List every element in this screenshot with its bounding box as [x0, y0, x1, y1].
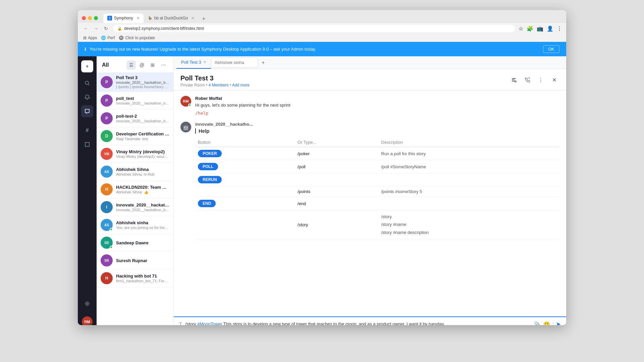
rerun-button[interactable]: RERUN	[198, 176, 222, 183]
col-description: Description	[378, 138, 559, 147]
chat-item-hacking-bot[interactable]: H Hacking with bot 71 firm1_hackathon_bo…	[97, 269, 173, 287]
profile-icon[interactable]: 👤	[547, 25, 553, 32]
chat-name-innovate-bot: innovate_2020__hackathon_bot...	[116, 202, 169, 207]
apps-toolbar-item[interactable]: ⊞ Apps	[83, 36, 97, 40]
table-row-poll: POLL /poll /poll #SomeStoryName	[195, 160, 559, 173]
message-avatar-rober: RM	[180, 96, 191, 107]
chat-preview-hackldn: Abhishek Sihna: 👍	[116, 190, 169, 194]
chat-item-poll-test-2[interactable]: P poll-test-2 innovate_2020__hackathon_b…	[97, 110, 173, 127]
text-format-icon: T	[179, 321, 182, 325]
compose-button[interactable]: +	[81, 60, 93, 72]
extensions-icon[interactable]: 🧩	[527, 25, 533, 32]
chat-avatar-abhishek-sinha2: AS	[101, 219, 113, 231]
tab-close-duckduckgo[interactable]: ✕	[191, 16, 194, 20]
address-url[interactable]: develop2.symphony.com/client-bff/index.h…	[124, 26, 204, 31]
sidebar-rooms-button[interactable]	[81, 138, 93, 150]
tab-label-duckduckgo: bb at DuckDuckGo	[154, 16, 188, 20]
search-in-chat-button[interactable]	[508, 74, 519, 85]
message-input[interactable]: /story #MoonTower This story is to devel…	[185, 321, 531, 325]
chat-item-abhishek-sinha2[interactable]: AS Abhishek sinha You: are you joining u…	[97, 216, 173, 234]
chat-info-poll-test-3: Poll Test 3 innovate_2020__hackathon_bot…	[116, 75, 169, 89]
chat-item-poll-test[interactable]: P poll_test innovate_2020__hackathon_bot…	[97, 92, 173, 110]
attachment-button[interactable]: 📎	[534, 321, 541, 325]
poker-button[interactable]: POKER	[198, 150, 222, 157]
chat-name-poll-test-2: poll-test-2	[116, 114, 169, 119]
chat-header-subtitle: Private Room • 4 Members • Add more	[180, 83, 250, 87]
chat-info-innovate-bot: innovate_2020__hackathon_bot... innovate…	[116, 202, 169, 212]
back-button[interactable]: ←	[82, 26, 90, 31]
chat-name-abhishek-sinha2: Abhishek sinha	[116, 220, 169, 225]
online-badge-sandeep	[110, 246, 113, 249]
chat-item-dev-cert[interactable]: D Developer Certification Support Nagi Y…	[97, 127, 173, 145]
end-button[interactable]: END	[198, 200, 216, 207]
chat-item-innovate-bot[interactable]: I innovate_2020__hackathon_bot... innova…	[97, 198, 173, 216]
sidebar-chats-button[interactable]	[81, 105, 93, 117]
chat-info-poll-test: poll_test innovate_2020__hackathon_bot_7…	[116, 96, 169, 105]
add-more-link[interactable]: Add more	[232, 83, 250, 87]
poker-description: Run a poll for this story	[378, 147, 559, 160]
chat-item-sandeep[interactable]: SD Sandeep Dawre	[97, 234, 173, 252]
chat-item-abhishek-sihna[interactable]: AS Abhishek Sihna Abhishek Sihna: hi Rob	[97, 163, 173, 181]
emoji-button[interactable]: 🙂	[543, 321, 550, 325]
chat-item-suresh[interactable]: SR Suresh Rupnar	[97, 252, 173, 269]
add-tab-button[interactable]: +	[259, 59, 267, 67]
chat-avatar-innovate-bot: I	[101, 201, 113, 213]
chat-name-suresh: Suresh Rupnar	[116, 258, 169, 263]
populate-toolbar-item[interactable]: 🔘 Click to populate	[119, 36, 155, 40]
message-content-bot: innovate_2020__hackatho... Help Button O…	[195, 122, 559, 239]
maximize-button[interactable]	[94, 16, 98, 20]
perf-toolbar-item[interactable]: 🌐 Perf	[101, 36, 115, 40]
help-table: Button Or Type... Description POKER /pok…	[195, 138, 559, 239]
col-type: Or Type...	[295, 138, 378, 147]
chat-avatar-poll-test: P	[101, 95, 113, 107]
chat-name-sandeep: Sandeep Dawre	[116, 240, 169, 245]
chat-preview-poll-test-2: innovate_2020__hackathon_bot_73: ...	[116, 119, 169, 123]
close-chat-button[interactable]: ✕	[549, 74, 559, 85]
send-button[interactable]: ➤	[556, 320, 561, 325]
svg-line-1	[88, 84, 89, 85]
members-link[interactable]: 4 Members	[209, 83, 229, 87]
sidebar-settings-button[interactable]	[81, 298, 93, 310]
chat-item-hackldn[interactable]: H HACKLDN2020: Team SymX Abhishek Sihna:…	[97, 181, 173, 198]
filter-mention-btn[interactable]: @	[137, 60, 147, 70]
tab-symphony[interactable]: S Symphony ✕	[103, 13, 144, 23]
new-tab-button[interactable]: +	[200, 15, 208, 23]
bookmark-icon[interactable]: ☆	[519, 25, 523, 32]
close-button[interactable]	[82, 16, 86, 20]
chat-tab-poll-test-3[interactable]: Poll Test 3 ✕	[176, 56, 211, 69]
chat-avatar-suresh: SR	[101, 254, 113, 266]
filter-more-btn[interactable]: ⋯	[159, 60, 168, 70]
chat-avatar-dev-cert: D	[101, 130, 113, 142]
filter-grid-btn[interactable]: ⊞	[148, 60, 157, 70]
user-avatar[interactable]: RM	[82, 316, 93, 325]
chat-avatar-hacking-bot: H	[101, 272, 113, 284]
minimize-button[interactable]	[88, 16, 92, 20]
forward-button[interactable]: →	[92, 26, 100, 31]
chat-header: Poll Test 3 Private Room • 4 Members • A…	[174, 69, 566, 90]
sidebar-search-button[interactable]	[81, 77, 93, 89]
chat-preview-abhishek-sinha2: You: are you joining us for the last b..…	[116, 226, 169, 230]
chat-info-suresh: Suresh Rupnar	[116, 258, 169, 263]
reload-button[interactable]: ↻	[102, 26, 110, 31]
chat-name-vinay: Vinay Mistry (develop2)	[116, 149, 169, 154]
chat-item-poll-test-3[interactable]: P Poll Test 3 innovate_2020__hackathon_b…	[97, 72, 173, 92]
globe-icon: 🌐	[101, 36, 106, 40]
poll-button[interactable]: POLL	[198, 163, 218, 170]
sidebar-notifications-button[interactable]	[81, 91, 93, 103]
sidebar-icons: + # RM	[78, 56, 97, 325]
tab-duckduckgo[interactable]: 🦆 bb at DuckDuckGo ✕	[144, 13, 199, 23]
chat-header-actions: ⋮ ✕	[508, 74, 559, 85]
search-tab-input[interactable]	[211, 58, 258, 67]
more-options-button[interactable]: ⋮	[535, 74, 546, 85]
call-button[interactable]	[522, 74, 533, 85]
help-title: Help	[199, 128, 210, 134]
filter-list-btn[interactable]: ☰	[126, 60, 136, 70]
tab-close-symphony[interactable]: ✕	[137, 16, 140, 20]
menu-icon[interactable]: ⋮	[557, 25, 562, 32]
sidebar-channels-button[interactable]: #	[81, 124, 93, 136]
notification-ok-button[interactable]: OK	[543, 45, 559, 53]
cast-icon[interactable]: 📺	[537, 25, 543, 32]
chat-preview-dev-cert: Nagi Yaramala: test	[116, 137, 169, 141]
chat-item-vinay[interactable]: VM Vinay Mistry (develop2) Vinay Mistry …	[97, 145, 173, 163]
tab-close-poll-test-3[interactable]: ✕	[203, 60, 206, 64]
